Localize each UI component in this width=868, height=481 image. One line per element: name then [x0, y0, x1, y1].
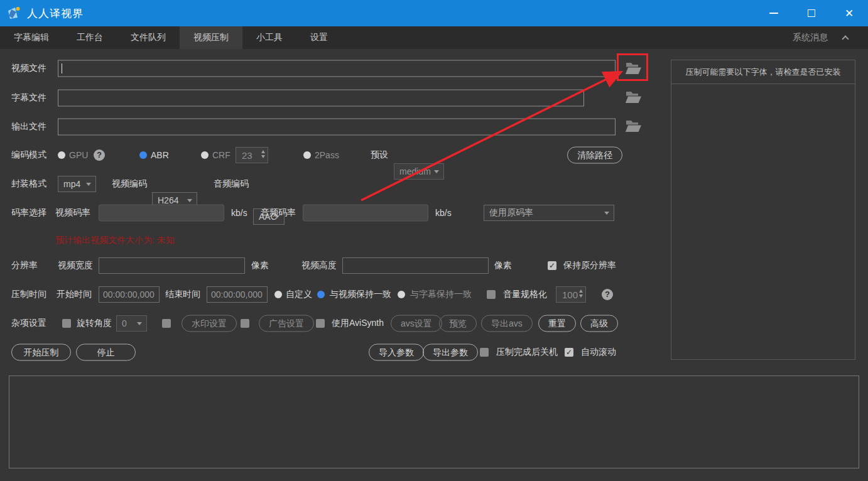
volume-value-spinner[interactable]: 100 [556, 286, 586, 303]
video-width-input[interactable] [99, 257, 245, 274]
audio-bitrate-label: 音频码率 [261, 207, 296, 219]
tab-file-queue[interactable]: 文件队列 [117, 26, 180, 49]
crf-radio[interactable] [201, 151, 209, 159]
tab-workbench[interactable]: 工作台 [63, 26, 117, 49]
import-params-button[interactable]: 导入参数 [369, 344, 424, 361]
crf-value: 23 [242, 150, 252, 161]
tab-video-compress[interactable]: 视频压制 [180, 26, 242, 49]
video-bitrate-unit: kb/s [231, 208, 247, 218]
video-bitrate-input[interactable] [99, 205, 224, 222]
estimated-size-text: 预计输出视频文件大小为: 未知 [55, 235, 175, 246]
bitrate-mode-select[interactable]: 使用原码率 [484, 205, 614, 221]
rotate-checkbox[interactable] [62, 319, 71, 328]
tab-tools[interactable]: 小工具 [242, 26, 296, 49]
height-unit-label: 像素 [494, 260, 512, 271]
video-codec-label: 视频编码 [112, 178, 147, 190]
custom-time-radio[interactable] [274, 291, 282, 298]
encode-mode-label: 编码模式 [11, 149, 46, 161]
ads-checkbox[interactable] [241, 319, 249, 328]
clear-paths-button[interactable]: 清除路径 [567, 147, 622, 164]
close-icon: ✕ [845, 8, 854, 19]
start-compress-button[interactable]: 开始压制 [11, 344, 71, 361]
abr-label: ABR [151, 150, 169, 160]
subtitle-file-browse-button[interactable] [625, 90, 643, 105]
bitrate-select-label: 码率选择 [11, 207, 46, 219]
shutdown-label: 压制完成后关机 [496, 347, 558, 358]
tab-label: 小工具 [256, 32, 283, 43]
log-output-area [9, 376, 859, 468]
volume-normalize-checkbox[interactable] [487, 290, 496, 299]
avs-settings-button[interactable]: avs设置 [391, 315, 442, 332]
keep-resolution-checkbox[interactable] [548, 261, 556, 270]
subtitle-file-input[interactable] [58, 90, 584, 107]
tab-label: 字幕编辑 [14, 32, 49, 43]
shutdown-checkbox[interactable] [480, 348, 489, 357]
video-height-input[interactable] [342, 257, 489, 274]
chevron-up-icon[interactable] [842, 35, 849, 42]
video-width-label: 视频宽度 [58, 260, 93, 271]
app-logo-icon [6, 6, 23, 21]
start-time-input[interactable] [99, 286, 160, 303]
autoscroll-checkbox[interactable] [565, 348, 573, 357]
fonts-panel-header: 压制可能需要以下字体，请检查是否已安装 [671, 60, 855, 84]
subtitle-file-label: 字幕文件 [11, 92, 46, 104]
preset-label: 预设 [371, 149, 388, 161]
preview-button[interactable]: 预览 [439, 315, 477, 332]
tab-subtitle-edit[interactable]: 字幕编辑 [0, 26, 63, 49]
minimize-button[interactable] [755, 0, 793, 26]
system-messages-label[interactable]: 系统消息 [793, 26, 828, 49]
misc-settings-label: 杂项设置 [11, 318, 46, 329]
output-file-browse-button[interactable] [625, 119, 643, 134]
two-pass-radio[interactable] [303, 151, 311, 159]
spinner-arrows-icon[interactable] [261, 150, 265, 158]
two-pass-label: 2Pass [315, 150, 339, 160]
stop-button[interactable]: 停止 [76, 344, 136, 361]
gpu-help-icon[interactable] [94, 149, 105, 161]
close-button[interactable]: ✕ [830, 0, 868, 26]
tab-label: 设置 [310, 32, 328, 43]
video-file-label: 视频文件 [11, 63, 46, 74]
watermark-checkbox[interactable] [162, 319, 171, 328]
maximize-icon [808, 9, 815, 17]
gpu-radio[interactable] [58, 151, 65, 159]
end-time-label: 结束时间 [165, 289, 200, 300]
folder-open-icon [625, 90, 643, 105]
volume-value: 100 [562, 289, 578, 300]
audio-bitrate-input[interactable] [303, 205, 428, 222]
use-avisynth-label: 使用AviSynth [332, 318, 384, 329]
follow-subtitle-radio[interactable] [398, 291, 405, 298]
title-bar: 人人译视界 ✕ [0, 0, 868, 26]
volume-help-icon[interactable] [602, 289, 613, 300]
follow-video-label: 与视频保持一致 [330, 289, 391, 300]
watermark-settings-button[interactable]: 水印设置 [182, 315, 237, 332]
tab-label: 工作台 [77, 32, 103, 43]
crf-value-spinner[interactable]: 23 [236, 147, 268, 163]
folder-open-icon [625, 61, 643, 76]
abr-radio[interactable] [139, 151, 147, 159]
app-title: 人人译视界 [27, 6, 84, 21]
ads-settings-button[interactable]: 广告设置 [259, 315, 314, 332]
output-file-input[interactable] [58, 119, 616, 136]
end-time-input[interactable] [207, 286, 268, 303]
export-params-button[interactable]: 导出参数 [423, 344, 478, 361]
video-file-input[interactable] [58, 60, 616, 77]
container-format-label: 封装格式 [11, 178, 46, 190]
main-tab-bar: 字幕编辑 工作台 文件队列 视频压制 小工具 设置 系统消息 [0, 26, 868, 49]
autoscroll-label: 自动滚动 [581, 347, 616, 358]
export-avs-button[interactable]: 导出avs [481, 315, 533, 332]
start-time-label: 开始时间 [57, 289, 92, 300]
rotate-angle-select[interactable]: 0 [116, 315, 147, 332]
reset-button[interactable]: 重置 [538, 315, 576, 332]
tab-settings[interactable]: 设置 [296, 26, 342, 49]
advanced-button[interactable]: 高级 [580, 315, 618, 332]
spinner-arrows-icon[interactable] [579, 289, 583, 298]
width-unit-label: 像素 [251, 260, 269, 271]
output-file-label: 输出文件 [11, 121, 46, 132]
format-select[interactable]: mp4 [58, 176, 96, 192]
maximize-button[interactable] [793, 0, 830, 26]
avisynth-checkbox[interactable] [316, 319, 325, 328]
video-file-browse-button[interactable] [625, 61, 643, 76]
resolution-label: 分辨率 [11, 260, 38, 271]
keep-resolution-label: 保持原分辨率 [563, 260, 616, 271]
follow-video-radio[interactable] [317, 291, 325, 298]
